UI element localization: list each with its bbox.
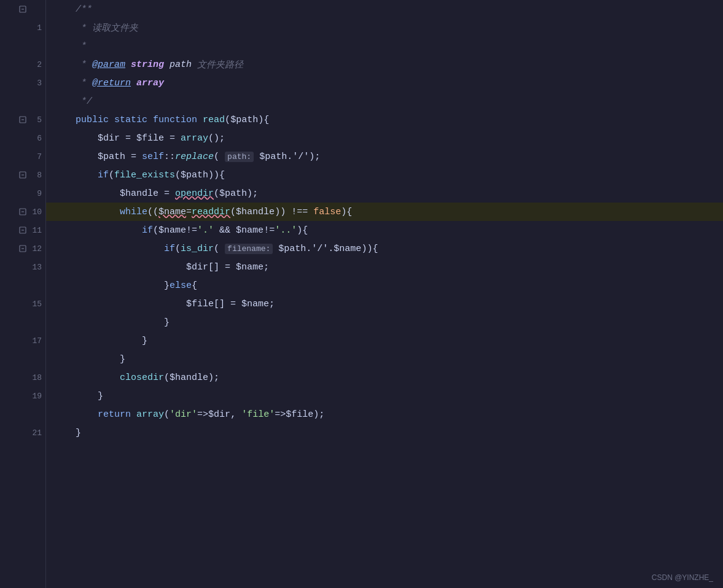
code-line-if-isdir: if(is_dir( filename: $path.'/'.$name)){	[46, 239, 723, 258]
var-name6: $name	[241, 299, 269, 309]
var-dir3: $dir	[208, 409, 230, 420]
line-num-21: 19	[29, 392, 42, 401]
gutter-row-10: 9	[0, 184, 45, 203]
code-line-return: return array('dir'=>$dir, 'file'=>$file)…	[46, 405, 723, 424]
gutter-row-12: 11	[0, 221, 45, 239]
fold-icon-9[interactable]	[18, 171, 27, 179]
str-file: 'file'	[241, 409, 275, 420]
gutter-row-24	[0, 442, 45, 460]
gutter-row-23: 21	[0, 424, 45, 442]
var-path: $path	[230, 115, 258, 125]
code-line-comment-param: * @param string path 文件夹路径	[46, 55, 723, 74]
line-num-23: 21	[29, 428, 42, 438]
func-name-read: read	[203, 115, 225, 125]
line-gutter: 1 2 3 5 6 7	[0, 0, 46, 588]
line-num-4: 3	[29, 79, 42, 88]
bool-false: false	[313, 207, 341, 217]
var-name3: $name	[236, 225, 264, 236]
var-dir: $dir	[53, 133, 120, 144]
code-line-comment-return: * @return array	[46, 74, 723, 92]
gutter-row-6: 5	[0, 110, 45, 129]
watermark: CSDN @YINZHE_	[652, 573, 713, 582]
line-num-13: 12	[29, 244, 42, 253]
code-line-path-replace: $path = self::replace( path: $path.'/');	[46, 147, 723, 166]
line-num-7: 6	[29, 134, 42, 143]
comment-return-tag: @return	[92, 78, 131, 88]
line-num-16: 15	[29, 300, 42, 309]
gutter-row-9: 8	[0, 166, 45, 184]
code-line-if-exists: if(file_exists($path)){	[46, 166, 723, 184]
func-readdir: readdir	[192, 207, 230, 217]
keyword-function: function	[153, 115, 197, 125]
close-brace-3: }	[53, 354, 125, 365]
comment-param-tag: @param	[92, 60, 125, 70]
code-line-func-decl: public static function read($path){	[46, 110, 723, 129]
keyword-return: return	[53, 409, 131, 420]
var-handle3: $handle	[170, 373, 208, 383]
var-path2: $path	[53, 152, 125, 162]
line-num-3: 2	[29, 60, 42, 69]
close-brace-1: }	[53, 317, 170, 328]
var-dir2: $dir	[53, 262, 208, 273]
func-replace: replace	[175, 152, 214, 162]
param-hint-path: path:	[225, 152, 254, 162]
comment-param-desc: 文件夹路径	[192, 59, 243, 71]
var-name: $name=readdir	[158, 207, 230, 217]
line-num-9: 8	[29, 171, 42, 180]
line-num-1: 1	[29, 23, 42, 33]
gutter-row-17	[0, 313, 45, 331]
code-line-opendir: $handle = opendir($path);	[46, 184, 723, 203]
gutter-row-16: 15	[0, 295, 45, 313]
code-line-if-name: if($name!='.' && $name!='..'){	[46, 221, 723, 239]
code-line-file-push: $file[] = $name;	[46, 295, 723, 313]
var-name2: $name	[158, 225, 186, 236]
gutter-row-18: 17	[0, 331, 45, 350]
comment-return-star: *	[53, 78, 92, 88]
comment-param-type: string	[131, 60, 164, 70]
keyword-if: if	[53, 170, 109, 180]
code-line-dir-push: $dir[] = $name;	[46, 258, 723, 276]
comment-close: */	[53, 96, 92, 107]
gutter-row-0	[0, 0, 45, 18]
fold-icon-13[interactable]	[18, 244, 27, 253]
func-array2: array	[136, 409, 164, 420]
keyword-public: public	[53, 115, 109, 125]
close-brace-6: }	[53, 428, 81, 438]
code-line-close1: }	[46, 313, 723, 331]
var-file: $file	[136, 133, 164, 144]
keyword-static: static	[114, 115, 147, 125]
var-handle2: $handle	[236, 207, 275, 217]
gutter-row-5	[0, 92, 45, 110]
fold-icon-6[interactable]	[18, 115, 27, 124]
comment-star: *	[53, 41, 87, 52]
fold-icon-11[interactable]	[18, 207, 27, 216]
code-line-close6: }	[46, 424, 723, 442]
var-path5: $path	[219, 188, 247, 199]
line-num-14: 13	[29, 263, 42, 272]
else-brace: }	[53, 280, 170, 291]
close-brace-4	[53, 373, 120, 383]
fold-icon-12[interactable]	[18, 226, 27, 234]
keyword-else: else	[170, 280, 192, 291]
gutter-row-2	[0, 37, 45, 55]
code-line-else: }else{	[46, 276, 723, 295]
gutter-row-7: 6	[0, 129, 45, 147]
gutter-row-11: 10	[0, 203, 45, 221]
var-name4: $name	[334, 244, 361, 254]
editor: 1 2 3 5 6 7	[0, 0, 723, 588]
code-line-close2: }	[46, 331, 723, 350]
comment-return-type: array	[131, 78, 164, 88]
func-closedir: closedir	[120, 373, 164, 383]
comment-desc: * 读取文件夹	[53, 22, 138, 34]
code-line-close5: }	[46, 387, 723, 405]
keyword-while: while	[53, 207, 147, 217]
fold-icon-0[interactable]	[18, 5, 27, 14]
gutter-row-19	[0, 350, 45, 368]
var-file2: $file	[53, 299, 214, 309]
var-handle: $handle	[53, 188, 158, 199]
var-path6: $path	[278, 244, 306, 254]
gutter-row-1: 1	[0, 18, 45, 37]
code-line-while: 💡 while(($name=readdir($handle)) !== fal…	[46, 203, 723, 221]
close-brace-2: }	[53, 336, 147, 346]
code-line-comment-star: *	[46, 37, 723, 55]
